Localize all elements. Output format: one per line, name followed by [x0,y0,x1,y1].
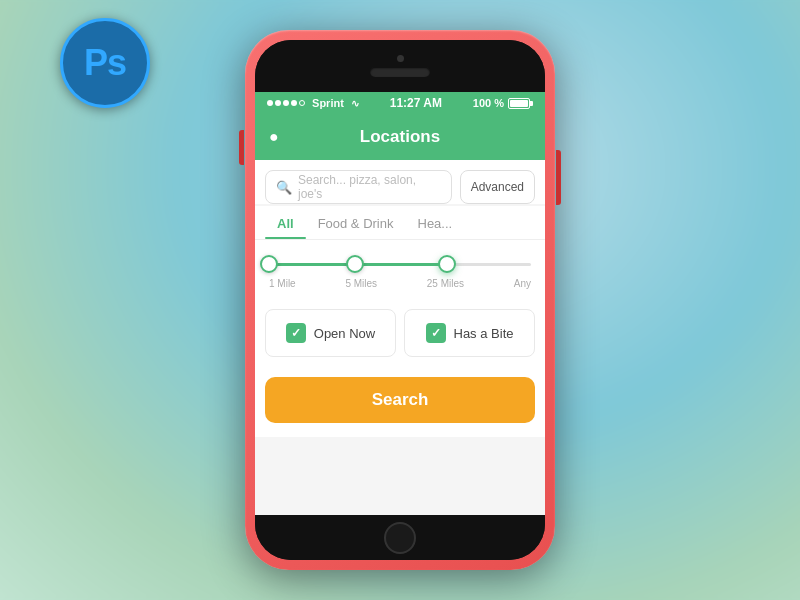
open-now-checkmark: ✓ [291,326,301,340]
ps-badge-label: Ps [84,42,126,84]
checkbox-has-a-bite[interactable]: ✓ Has a Bite [404,309,535,357]
battery-percentage: 100 % [473,97,504,109]
has-a-bite-label: Has a Bite [454,326,514,341]
search-placeholder: Search... pizza, salon, joe's [298,173,441,201]
slider-track [269,263,531,266]
slider-label-1: 1 Mile [269,278,296,289]
has-a-bite-check-icon: ✓ [426,323,446,343]
slider-thumb-mid[interactable] [346,255,364,273]
slider-thumb-max[interactable] [438,255,456,273]
status-bar: Sprint ∿ 11:27 AM 100 % [255,92,545,114]
home-button[interactable] [384,522,416,554]
battery-icon [508,98,533,109]
signal-dot-3 [283,100,289,106]
tab-health[interactable]: Hea... [406,206,465,239]
search-icon: 🔍 [276,180,292,195]
ps-badge: Ps [60,18,150,108]
search-area: 🔍 Search... pizza, salon, joe's Advanced [255,160,545,204]
battery-tip [530,101,533,106]
open-now-check-icon: ✓ [286,323,306,343]
signal-dot-1 [267,100,273,106]
status-time: 11:27 AM [390,96,442,110]
tab-all[interactable]: All [265,206,306,239]
slider-area: 1 Mile 5 Miles 25 Miles Any [255,240,545,299]
signal-dot-4 [291,100,297,106]
battery-body [508,98,530,109]
signal-dot-5 [299,100,305,106]
checkbox-open-now[interactable]: ✓ Open Now [265,309,396,357]
nav-title: Locations [360,127,440,147]
speaker-grille [370,67,430,77]
carrier-label: Sprint [312,97,344,109]
signal-dot-2 [275,100,281,106]
phone-bottom-bar [255,515,545,560]
phone-device: Sprint ∿ 11:27 AM 100 % ● [245,30,555,570]
open-now-label: Open Now [314,326,375,341]
advanced-button[interactable]: Advanced [460,170,535,204]
slider-labels: 1 Mile 5 Miles 25 Miles Any [269,278,531,289]
slider-thumb-min[interactable] [260,255,278,273]
camera-dot [397,55,404,62]
nav-bar: ● Locations [255,114,545,160]
search-field[interactable]: 🔍 Search... pizza, salon, joe's [265,170,452,204]
screen: Sprint ∿ 11:27 AM 100 % ● [255,92,545,515]
status-left: Sprint ∿ [267,97,359,109]
battery-fill [510,100,528,107]
search-btn-area: Search [255,367,545,437]
tab-food-drink[interactable]: Food & Drink [306,206,406,239]
wifi-icon: ∿ [351,98,359,109]
status-right: 100 % [473,97,533,109]
slider-label-3: 25 Miles [427,278,464,289]
phone-top-bar [255,40,545,92]
slider-track-container[interactable] [269,254,531,274]
slider-label-4: Any [514,278,531,289]
phone-bezel: Sprint ∿ 11:27 AM 100 % ● [255,40,545,560]
tabs-row: All Food & Drink Hea... [255,206,545,240]
search-row: 🔍 Search... pizza, salon, joe's Advanced [265,170,535,204]
location-icon: ● [269,128,279,146]
has-a-bite-checkmark: ✓ [431,326,441,340]
checkbox-area: ✓ Open Now ✓ Has a Bite [255,299,545,367]
search-button[interactable]: Search [265,377,535,423]
slider-label-2: 5 Miles [345,278,377,289]
